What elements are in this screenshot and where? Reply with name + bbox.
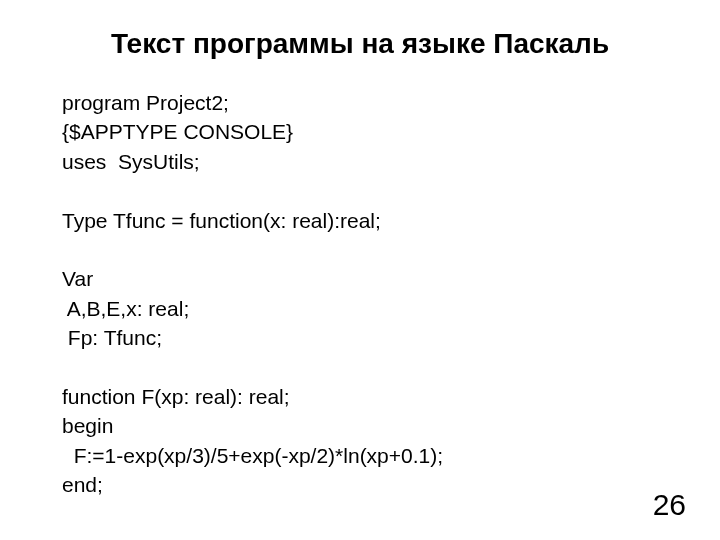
code-line: uses SysUtils; (62, 150, 200, 173)
code-line: F:=1-exp(xp/3)/5+exp(-xp/2)*ln(xp+0.1); (62, 444, 443, 467)
code-line: Fp: Tfunc; (62, 326, 162, 349)
code-line: function F(xp: real): real; (62, 385, 290, 408)
code-listing: program Project2; {$APPTYPE CONSOLE} use… (62, 88, 443, 499)
code-line: {$APPTYPE CONSOLE} (62, 120, 293, 143)
code-line: begin (62, 414, 113, 437)
code-line: Type Tfunc = function(x: real):real; (62, 209, 381, 232)
page-number: 26 (653, 488, 686, 522)
code-line: A,B,E,x: real; (62, 297, 189, 320)
code-line: Var (62, 267, 93, 290)
code-line: end; (62, 473, 103, 496)
code-line: program Project2; (62, 91, 229, 114)
page-title: Текст программы на языке Паскаль (0, 28, 720, 60)
